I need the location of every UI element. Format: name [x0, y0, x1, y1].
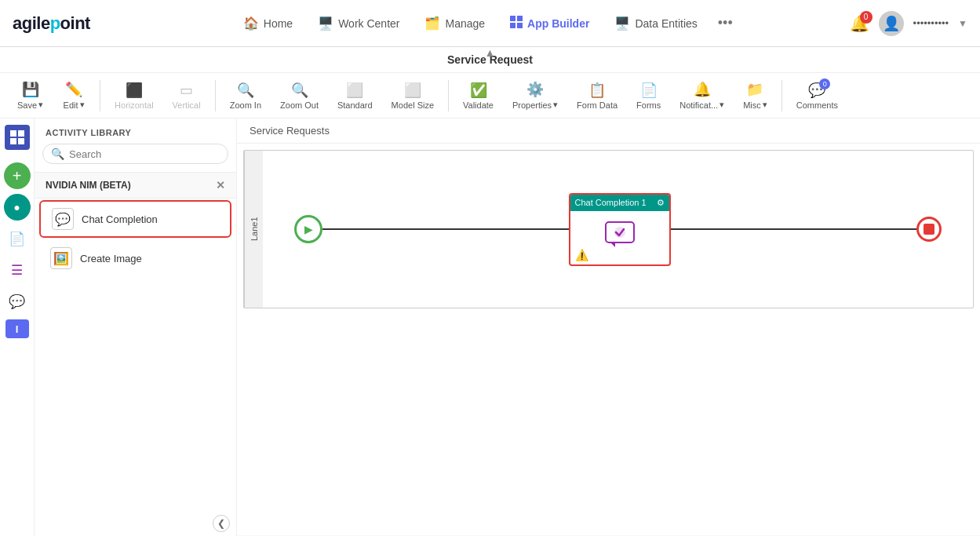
- collapse-button[interactable]: ❮: [35, 509, 236, 536]
- notifications-icon: 🔔: [694, 81, 711, 98]
- validate-label: Validate: [463, 100, 494, 110]
- manage-icon: 🗂️: [424, 16, 440, 31]
- formdata-button[interactable]: 📋 Form Data: [569, 78, 625, 113]
- lane-content: ▶ Chat Completion 1 ⚙: [263, 151, 973, 308]
- end-node[interactable]: [916, 217, 942, 242]
- library-item-create-image[interactable]: 🖼️ Create Image: [39, 241, 231, 275]
- svg-rect-4: [10, 130, 16, 137]
- flow-container: ▶ Chat Completion 1 ⚙: [263, 177, 973, 282]
- nav-more[interactable]: •••: [712, 12, 739, 35]
- category-close-button[interactable]: ✕: [216, 179, 225, 191]
- collapse-icon[interactable]: ❮: [213, 515, 230, 532]
- edit-dropdown-icon: ▾: [80, 100, 85, 110]
- nav-appbuilder[interactable]: App Builder: [499, 11, 600, 36]
- nav-manage-label: Manage: [445, 17, 485, 30]
- create-image-label: Create Image: [80, 253, 142, 264]
- validate-icon: ✅: [470, 82, 487, 99]
- forms-label: Forms: [636, 100, 661, 110]
- user-avatar[interactable]: 👤: [879, 11, 904, 36]
- lane-label: Lane1: [244, 151, 263, 308]
- save-dropdown-icon: ▾: [38, 100, 43, 110]
- misc-icon: 📁: [746, 81, 763, 98]
- nav-home[interactable]: 🏠 Home: [232, 11, 304, 35]
- modelsize-button[interactable]: ⬜ Model Size: [384, 78, 442, 113]
- search-input[interactable]: [69, 148, 220, 160]
- sub-header: ▲ Service Request: [0, 47, 980, 73]
- canvas-header: Service Requests: [237, 119, 980, 144]
- sidebar-tag-icon[interactable]: ●: [4, 194, 31, 221]
- forms-icon: 📄: [640, 82, 658, 99]
- svg-rect-5: [18, 130, 24, 137]
- toolbar-sep-4: [781, 80, 782, 111]
- horizontal-label: Horizontal: [115, 100, 154, 110]
- logo: agilepoint: [13, 13, 90, 34]
- lane: Lane1 ▶ Chat Completion 1: [243, 150, 974, 308]
- search-container[interactable]: 🔍: [42, 144, 228, 164]
- flow-line-start: [322, 228, 569, 230]
- top-navigation: agilepoint 🏠 Home 🖥️ Work Center 🗂️ Mana…: [0, 0, 980, 47]
- canvas-content[interactable]: Lane1 ▶ Chat Completion 1: [237, 144, 980, 535]
- modelsize-icon: ⬜: [404, 82, 421, 99]
- comments-badge: 0: [819, 78, 830, 89]
- nav-manage[interactable]: 🗂️ Manage: [413, 11, 496, 35]
- edit-icon: ✏️: [65, 81, 82, 98]
- zoomin-button[interactable]: 🔍 Zoom In: [222, 78, 269, 113]
- logo-text: agilepoint: [13, 13, 90, 34]
- misc-label: Misc: [743, 100, 761, 110]
- edit-button[interactable]: ✏️ Edit ▾: [54, 78, 93, 113]
- save-icon: 💾: [22, 81, 39, 98]
- activity-node[interactable]: Chat Completion 1 ⚙: [569, 193, 671, 266]
- notifications-label: Notificat...: [679, 100, 718, 110]
- sidebar-list-icon[interactable]: ☰: [4, 257, 31, 283]
- properties-icon: ⚙️: [526, 81, 544, 98]
- main-layout: + ● 📄 ☰ 💬 I ACTIVITY LIBRARY 🔍 NVIDIA NI…: [0, 119, 980, 536]
- zoomin-icon: 🔍: [237, 82, 254, 99]
- flow-line-end: [671, 228, 917, 230]
- standard-label: Standard: [337, 100, 373, 110]
- sidebar-badge-icon[interactable]: I: [5, 319, 29, 338]
- nav-appbuilder-label: App Builder: [527, 17, 589, 30]
- user-menu-chevron[interactable]: ▼: [958, 18, 967, 29]
- zoomout-label: Zoom Out: [280, 100, 319, 110]
- notification-button[interactable]: 🔔 0: [850, 14, 869, 33]
- svg-rect-3: [517, 23, 523, 28]
- formdata-icon: 📋: [588, 82, 606, 99]
- sidebar-doc-icon[interactable]: 📄: [4, 225, 31, 252]
- dataentities-icon: 🖥️: [614, 16, 630, 31]
- notifications-button[interactable]: 🔔 Notificat... ▾: [672, 78, 732, 113]
- properties-button[interactable]: ⚙️ Properties ▾: [505, 78, 566, 113]
- formdata-label: Form Data: [577, 100, 618, 110]
- activity-node-body: ⚠️: [570, 211, 669, 264]
- appbuilder-icon: [510, 16, 523, 31]
- zoomout-button[interactable]: 🔍 Zoom Out: [272, 78, 326, 113]
- activity-node-gear[interactable]: ⚙: [657, 198, 665, 208]
- zoomin-label: Zoom In: [230, 100, 261, 110]
- svg-rect-6: [10, 138, 16, 144]
- library-item-chat-completion[interactable]: 💬 Chat Completion: [39, 200, 231, 238]
- comments-button[interactable]: 💬 0 Comments: [789, 78, 846, 113]
- validate-button[interactable]: ✅ Validate: [455, 78, 501, 113]
- nav-dataentities[interactable]: 🖥️ Data Entities: [603, 11, 708, 35]
- sidebar-chat-icon[interactable]: 💬: [4, 288, 31, 315]
- category-name: NVIDIA NIM (BETA): [46, 180, 131, 191]
- nav-dataentities-label: Data Entities: [635, 17, 697, 30]
- start-node[interactable]: ▶: [294, 215, 322, 243]
- sidebar-apps-icon[interactable]: [5, 125, 30, 150]
- save-button[interactable]: 💾 Save ▾: [9, 78, 51, 113]
- nav-workcenter[interactable]: 🖥️ Work Center: [307, 11, 410, 35]
- collapse-arrow[interactable]: ▲: [485, 47, 496, 58]
- standard-button[interactable]: ⬜ Standard: [330, 78, 381, 113]
- vertical-icon: ▭: [180, 82, 193, 99]
- horizontal-button: ⬛ Horizontal: [107, 78, 162, 113]
- sidebar-add-icon[interactable]: +: [4, 162, 31, 189]
- forms-button[interactable]: 📄 Forms: [628, 78, 669, 113]
- toolbar-sep-1: [100, 80, 100, 111]
- notifications-dropdown-icon: ▾: [720, 100, 724, 110]
- comments-label: Comments: [796, 100, 838, 110]
- chat-completion-icon: 💬: [52, 208, 74, 230]
- edit-label: Edit: [64, 100, 78, 110]
- misc-button[interactable]: 📁 Misc ▾: [735, 78, 775, 113]
- horizontal-icon: ⬛: [126, 82, 143, 99]
- library-header: ACTIVITY LIBRARY: [35, 119, 236, 144]
- search-icon: 🔍: [51, 148, 64, 160]
